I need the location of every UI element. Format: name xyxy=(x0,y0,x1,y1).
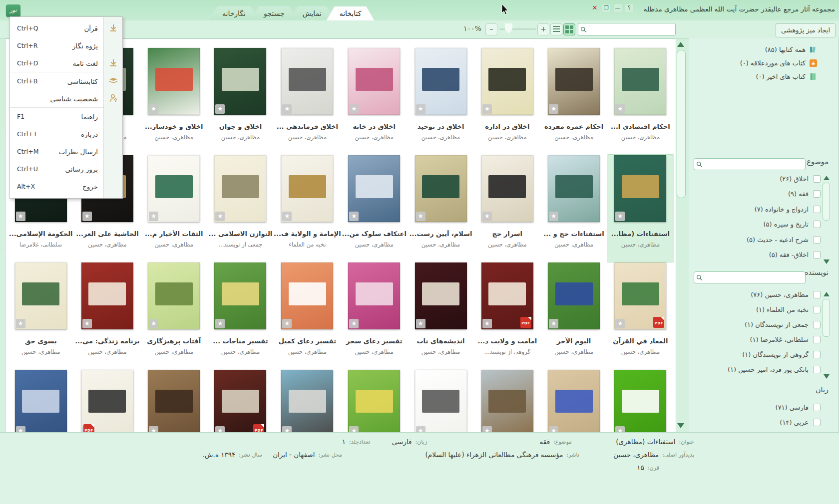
favorite-star-icon[interactable]: ★ xyxy=(349,212,359,221)
book-cell[interactable]: ★PDF xyxy=(207,369,274,433)
book-cell[interactable]: ★احکام عمره مفردهمظاهری، حسین xyxy=(540,47,607,155)
view-list-button[interactable] xyxy=(550,23,562,35)
book-cell[interactable]: ★PDF xyxy=(74,369,140,433)
checkbox[interactable] xyxy=(813,236,821,244)
scroll-down-icon[interactable] xyxy=(677,423,684,428)
favorite-star-icon[interactable]: ★ xyxy=(82,319,92,328)
book-cover[interactable]: ★ xyxy=(348,370,400,433)
checkbox[interactable] xyxy=(813,321,821,328)
book-cell[interactable]: ★تفسیر مناجات ...مظاهری، حسین xyxy=(207,262,274,369)
minimize-icon[interactable]: — xyxy=(614,4,622,12)
book-cell[interactable]: ★بسوی حقمظاهری، حسین xyxy=(7,262,74,369)
author-filter-item[interactable]: گروهی از نویسندگان (۱) xyxy=(689,348,839,361)
favorite-star-icon[interactable]: ★ xyxy=(615,212,625,221)
book-cell[interactable]: ★الثقات الأخیار م...مظاهری، حسین xyxy=(141,155,207,262)
tab-search[interactable]: جستجو xyxy=(251,6,298,20)
book-cell[interactable]: ★PDFالمعاد في القرآنمظاهری، حسین xyxy=(607,262,674,369)
book-cover[interactable]: ★ xyxy=(548,370,600,433)
checkbox[interactable] xyxy=(813,221,821,228)
favorite-star-icon[interactable]: ★ xyxy=(416,104,425,114)
sidebar-item-recent-books[interactable]: کتاب های اخیر (۰) xyxy=(756,71,818,82)
author-scroll-up-icon[interactable] xyxy=(824,292,830,296)
favorite-star-icon[interactable]: ★ xyxy=(282,319,292,328)
favorite-star-icon[interactable]: ★ xyxy=(615,104,625,114)
library-search[interactable] xyxy=(578,23,676,36)
tab-gallery[interactable]: نگارخانه xyxy=(209,6,259,20)
book-cell[interactable]: ★اخلاق در ادارهمظاهری، حسین xyxy=(474,47,540,155)
favorite-star-icon[interactable]: ★ xyxy=(215,104,225,114)
book-cover[interactable]: ★PDF xyxy=(614,262,666,329)
favorite-star-icon[interactable]: ★ xyxy=(282,104,292,114)
book-cell[interactable]: ★PDFامامت و ولایت د...گروهی از نویسند... xyxy=(474,262,540,369)
book-cell[interactable]: ★برنامه زندگی: می...مظاهری، حسین xyxy=(74,262,140,369)
subject-search[interactable] xyxy=(694,158,806,170)
close-icon[interactable]: ✕ xyxy=(591,4,599,12)
subject-search-input[interactable] xyxy=(705,159,803,169)
sidebar-item-all-books[interactable]: همه کتابها (۸۵) xyxy=(765,44,818,55)
book-cell[interactable]: ★اخلاق فرماندهی ...مظاهری، حسین xyxy=(274,47,341,155)
book-cell[interactable]: ★الیوم الآخرمظاهری، حسین xyxy=(540,262,607,369)
checkbox[interactable] xyxy=(813,291,821,298)
restore-icon[interactable]: ❐ xyxy=(602,4,610,12)
book-cover[interactable]: ★ xyxy=(214,155,266,222)
book-cover[interactable]: ★ xyxy=(415,370,467,433)
author-search-input[interactable] xyxy=(705,272,803,282)
app-logo-icon[interactable]: نور xyxy=(6,4,20,17)
favorite-star-icon[interactable]: ★ xyxy=(349,104,359,114)
book-cell[interactable]: ★ xyxy=(141,369,207,433)
favorite-star-icon[interactable]: ★ xyxy=(482,212,492,221)
sidebar-item-favorite-books[interactable]: ★کتاب های موردعلاقه (۰) xyxy=(740,57,818,68)
subject-filter-item[interactable]: ازدواج و خانواده (۷) xyxy=(689,203,839,216)
favorite-star-icon[interactable]: ★ xyxy=(549,319,558,328)
book-cover[interactable]: ★ xyxy=(281,155,333,222)
book-cover[interactable]: ★ xyxy=(415,155,467,222)
book-cell[interactable]: ★التوازن الاسلامی ...جمعی از نویسند... xyxy=(207,155,274,262)
author-filter-item[interactable]: سلطانی، غلامرضا (۱) xyxy=(689,333,839,346)
book-cell[interactable]: ★استفتاءات (مظا...مظاهری، حسین xyxy=(607,155,674,262)
book-cell[interactable]: ★اسلام، آیین رست...مظاهری، حسین xyxy=(408,155,474,262)
book-cell[interactable]: ★ xyxy=(7,369,74,433)
create-research-desk-button[interactable]: ایجاد میز پژوهشی xyxy=(776,23,836,37)
language-filter-item[interactable]: فارسی (۷۱) xyxy=(689,401,839,414)
book-cell[interactable]: ★تفسیر دعای سحرمظاهری، حسین xyxy=(341,262,408,369)
book-cover[interactable]: ★ xyxy=(614,370,666,433)
checkbox[interactable] xyxy=(813,336,821,343)
book-cover[interactable]: ★ xyxy=(281,262,333,329)
book-cover[interactable]: ★ xyxy=(281,48,333,115)
favorite-star-icon[interactable]: ★ xyxy=(549,104,558,114)
book-cell[interactable]: ★ xyxy=(474,369,540,433)
book-cover[interactable]: ★ xyxy=(148,48,200,115)
favorite-star-icon[interactable]: ★ xyxy=(149,319,158,328)
book-cover[interactable]: ★ xyxy=(481,155,533,222)
book-cover[interactable]: ★ xyxy=(214,48,266,115)
subject-filter-item[interactable]: تاریخ و سیره (۵) xyxy=(689,218,839,231)
favorite-star-icon[interactable]: ★ xyxy=(215,212,225,221)
book-cell[interactable]: ★اخلاق در توحیدمظاهری، حسین xyxy=(408,47,474,155)
book-cover[interactable]: ★ xyxy=(348,155,400,222)
author-filter-item[interactable]: نخبه من العلماء (۱) xyxy=(689,303,839,316)
favorite-star-icon[interactable]: ★ xyxy=(482,104,492,114)
book-cover[interactable]: ★ xyxy=(348,262,400,329)
book-cover[interactable]: ★ xyxy=(348,48,400,115)
book-cell[interactable]: ★اسرار حجمظاهری، حسین xyxy=(474,155,540,262)
book-cell[interactable]: ★ xyxy=(540,369,607,433)
book-cover[interactable]: ★ xyxy=(548,262,600,329)
book-cover[interactable]: ★ xyxy=(281,370,333,433)
grid-scrollbar-thumb[interactable] xyxy=(677,50,686,198)
book-cover[interactable]: ★PDF xyxy=(81,370,133,433)
book-cell[interactable]: ★ xyxy=(341,369,408,433)
book-cell[interactable]: ★استفتاءات حج و ...مظاهری، حسین xyxy=(540,155,607,262)
search-input[interactable] xyxy=(589,24,673,34)
book-cover[interactable]: ★ xyxy=(415,262,467,329)
favorite-star-icon[interactable]: ★ xyxy=(16,212,25,221)
zoom-out-button[interactable]: – xyxy=(485,23,497,35)
subject-filter-item[interactable]: فقه (۹) xyxy=(689,188,839,201)
book-cover[interactable]: ★ xyxy=(148,370,200,433)
checkbox[interactable] xyxy=(813,175,821,183)
checkbox[interactable] xyxy=(813,206,821,213)
book-cover[interactable]: ★ xyxy=(15,370,67,433)
author-scrollbar-thumb[interactable] xyxy=(823,299,830,337)
book-cover[interactable]: ★PDF xyxy=(481,262,533,329)
book-cover[interactable]: ★ xyxy=(148,155,200,222)
subject-scroll-down-icon[interactable] xyxy=(824,259,830,264)
